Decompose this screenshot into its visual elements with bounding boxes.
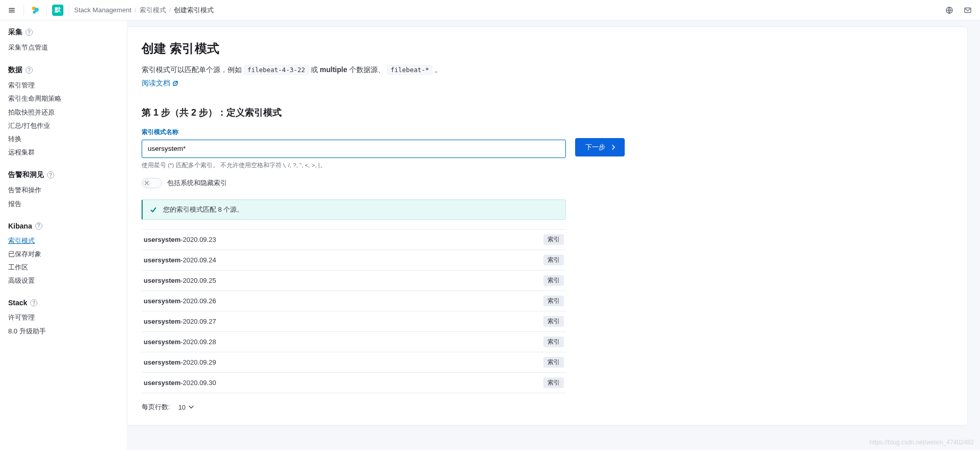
intro-mid2: 个数据源、 bbox=[349, 65, 387, 74]
index-pattern-input[interactable] bbox=[142, 140, 566, 158]
breadcrumb-current: 创建索引模式 bbox=[174, 6, 214, 15]
mail-icon bbox=[964, 6, 972, 14]
elastic-logo-icon bbox=[30, 5, 41, 16]
pager: 每页行数: 10 bbox=[142, 402, 566, 412]
main-content: 创建 索引模式 索引模式可以匹配单个源，例如 filebeat-4-3-22 或… bbox=[127, 20, 980, 450]
sidebar-item[interactable]: 许可管理 bbox=[8, 311, 119, 324]
sidebar-section-title: 采集? bbox=[8, 28, 119, 37]
sidebar-section-title: 数据? bbox=[8, 65, 119, 75]
match-row: usersystem-2020.09.28索引 bbox=[142, 332, 566, 352]
sidebar-item[interactable]: 高级设置 bbox=[8, 274, 119, 287]
match-name: usersystem-2020.09.25 bbox=[144, 277, 216, 284]
page-title: 创建 索引模式 bbox=[142, 40, 953, 57]
sidebar-item[interactable]: 索引管理 bbox=[8, 79, 119, 92]
mail-button[interactable] bbox=[961, 3, 975, 17]
index-tag: 索引 bbox=[543, 234, 564, 245]
sidebar-item[interactable]: 报告 bbox=[8, 197, 119, 211]
match-row: usersystem-2020.09.27索引 bbox=[142, 311, 566, 332]
pattern-field-label: 索引模式名称 bbox=[142, 128, 566, 137]
index-tag: 索引 bbox=[543, 316, 564, 327]
next-step-label: 下一步 bbox=[585, 143, 605, 152]
intro-bold: multiple bbox=[320, 65, 348, 74]
index-tag: 索引 bbox=[543, 296, 564, 306]
elastic-logo[interactable] bbox=[29, 4, 41, 16]
sidebar-section-title: 告警和洞见? bbox=[8, 170, 119, 179]
sidebar-item[interactable]: 8.0 升级助手 bbox=[8, 325, 119, 338]
toggle-knob bbox=[143, 179, 150, 187]
index-tag: 索引 bbox=[543, 377, 564, 388]
sidebar-item[interactable]: 工作区 bbox=[8, 261, 119, 274]
divider bbox=[69, 5, 69, 16]
sidebar: 采集?采集节点管道数据?索引管理索引生命周期策略拍取快照并还原汇总/打包作业转换… bbox=[0, 20, 127, 450]
breadcrumb-separator: / bbox=[134, 6, 136, 14]
read-docs-link[interactable]: 阅读文档 bbox=[142, 77, 178, 88]
include-system-label: 包括系统和隐藏索引 bbox=[167, 178, 227, 188]
chevron-right-icon bbox=[610, 144, 617, 150]
topbar: 默 Stack Management / 索引模式 / 创建索引模式 bbox=[0, 0, 980, 20]
pattern-hint: 使用星号 (*) 匹配多个索引。 不允许使用空格和字符 \, /, ?, ", … bbox=[142, 161, 566, 170]
match-name: usersystem-2020.09.30 bbox=[144, 379, 216, 387]
check-icon bbox=[150, 206, 157, 213]
rows-per-page-select[interactable]: 10 bbox=[175, 403, 197, 412]
divider bbox=[47, 5, 47, 16]
help-icon[interactable]: ? bbox=[30, 299, 37, 306]
divider bbox=[24, 5, 24, 16]
match-row: usersystem-2020.09.30索引 bbox=[142, 373, 566, 393]
match-row: usersystem-2020.09.23索引 bbox=[142, 229, 566, 250]
space-selector[interactable]: 默 bbox=[52, 5, 63, 16]
index-tag: 索引 bbox=[543, 275, 564, 286]
breadcrumb-stack-management[interactable]: Stack Management bbox=[74, 6, 131, 14]
breadcrumb: Stack Management / 索引模式 / 创建索引模式 bbox=[74, 6, 214, 15]
sidebar-section-title: Kibana? bbox=[8, 222, 119, 230]
sidebar-item[interactable]: 索引生命周期策略 bbox=[8, 92, 119, 105]
sidebar-item[interactable]: 已保存对象 bbox=[8, 248, 119, 261]
sidebar-item[interactable]: 转换 bbox=[8, 132, 119, 146]
match-name: usersystem-2020.09.28 bbox=[144, 338, 216, 346]
chevron-down-icon bbox=[189, 404, 194, 410]
breadcrumb-separator: / bbox=[169, 6, 171, 14]
external-link-icon bbox=[172, 80, 178, 86]
match-name: usersystem-2020.09.24 bbox=[144, 256, 216, 264]
match-name: usersystem-2020.09.23 bbox=[144, 236, 216, 243]
hamburger-icon bbox=[8, 6, 15, 14]
include-system-toggle[interactable] bbox=[142, 178, 162, 188]
index-tag: 索引 bbox=[543, 357, 564, 368]
match-name: usersystem-2020.09.26 bbox=[144, 297, 216, 305]
x-icon bbox=[145, 181, 149, 185]
index-tag: 索引 bbox=[543, 336, 564, 347]
sidebar-item[interactable]: 采集节点管道 bbox=[8, 41, 119, 54]
sidebar-item[interactable]: 拍取快照并还原 bbox=[8, 106, 119, 119]
match-row: usersystem-2020.09.24索引 bbox=[142, 250, 566, 271]
intro-mid: 或 bbox=[311, 65, 320, 74]
intro-suffix: 。 bbox=[435, 65, 442, 74]
match-row: usersystem-2020.09.25索引 bbox=[142, 271, 566, 291]
match-callout: 您的索引模式匹配 8 个源。 bbox=[142, 199, 566, 220]
intro-code-wildcard: filebeat-* bbox=[387, 65, 432, 75]
breadcrumb-index-patterns[interactable]: 索引模式 bbox=[140, 6, 166, 15]
help-icon[interactable]: ? bbox=[35, 222, 42, 230]
globe-icon bbox=[945, 6, 953, 14]
read-docs-label: 阅读文档 bbox=[142, 77, 170, 88]
next-step-button[interactable]: 下一步 bbox=[575, 138, 625, 156]
sidebar-item[interactable]: 索引模式 bbox=[8, 234, 119, 248]
help-icon[interactable]: ? bbox=[26, 66, 33, 74]
match-row: usersystem-2020.09.26索引 bbox=[142, 291, 566, 311]
match-name: usersystem-2020.09.27 bbox=[144, 318, 216, 325]
menu-toggle-button[interactable] bbox=[5, 4, 18, 17]
newsfeed-button[interactable] bbox=[942, 3, 956, 17]
help-icon[interactable]: ? bbox=[26, 29, 33, 36]
pager-value: 10 bbox=[178, 403, 186, 411]
intro-code-single: filebeat-4-3-22 bbox=[244, 65, 309, 75]
match-name: usersystem-2020.09.29 bbox=[144, 358, 216, 366]
pager-label: 每页行数: bbox=[142, 402, 170, 412]
intro-prefix: 索引模式可以匹配单个源，例如 bbox=[142, 65, 244, 74]
svg-point-2 bbox=[33, 10, 36, 13]
help-icon[interactable]: ? bbox=[47, 171, 54, 178]
sidebar-item[interactable]: 汇总/打包作业 bbox=[8, 119, 119, 132]
index-tag: 索引 bbox=[543, 255, 564, 265]
match-row: usersystem-2020.09.29索引 bbox=[142, 352, 566, 373]
sidebar-item[interactable]: 远程集群 bbox=[8, 146, 119, 159]
content-panel: 创建 索引模式 索引模式可以匹配单个源，例如 filebeat-4-3-22 或… bbox=[127, 27, 968, 425]
sidebar-item[interactable]: 告警和操作 bbox=[8, 184, 119, 197]
step-title: 第 1 步（共 2 步）：定义索引模式 bbox=[142, 106, 953, 119]
